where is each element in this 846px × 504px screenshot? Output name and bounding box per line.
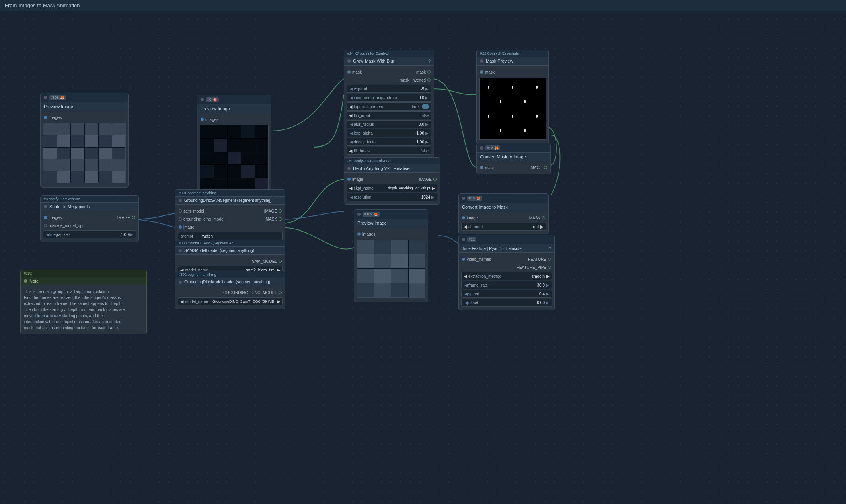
preview-image-node-2: #9 🎯 Preview Image images	[197, 95, 271, 196]
fillholes-value: false	[421, 149, 429, 153]
ckpt-name-field[interactable]: ◀ ckpt_name depth_anything_v2_vitb.pt ▶	[347, 184, 437, 192]
fr-arrow-left[interactable]: ◀	[464, 283, 468, 288]
tapered-corners-field[interactable]: ◀ tapered_corners true	[347, 102, 431, 111]
convert-mask-to-image-node: #12 🦊 Convert Mask to Image mask IMAGE	[476, 143, 551, 174]
tapered-arrow-left[interactable]: ◀	[349, 104, 352, 109]
blur-label: blur_radius	[354, 122, 419, 127]
extract-arrow-right[interactable]: ▶	[546, 274, 550, 279]
offset-arrow-right[interactable]: ▶	[545, 300, 550, 305]
offset-arrow-left[interactable]: ◀	[464, 300, 468, 305]
port-images-scale-in	[44, 216, 47, 219]
fr-label: frame_rate	[468, 283, 537, 287]
prompt-label: prompt	[181, 234, 201, 238]
time-feature-help[interactable]: ?	[549, 246, 551, 251]
lerp-arrow-left[interactable]: ◀	[349, 131, 354, 136]
ckpt-arrow-left[interactable]: ◀	[349, 186, 352, 191]
megapixels-arrow-right[interactable]: ▶	[129, 232, 133, 237]
megapixels-field[interactable]: ◀ megapixels 1.00 ▶	[43, 230, 136, 238]
extract-label: extraction_method	[468, 274, 530, 279]
lerp-value: 1.00	[417, 131, 424, 135]
port-images-3-in	[357, 232, 361, 236]
canvas: #303 🦊 Preview Image images	[0, 14, 846, 504]
port-image-gd-in	[179, 225, 182, 229]
blur-arrow-left[interactable]: ◀	[349, 122, 354, 127]
lerp-alpha-field[interactable]: ◀ lerp_alpha 1.00 ▶	[347, 129, 431, 137]
flip-arrow-left[interactable]: ◀	[349, 113, 352, 118]
extraction-method-field[interactable]: ◀ extraction_method smooth ▶	[461, 272, 552, 280]
port-mask-inverted-out	[427, 78, 431, 82]
flip-value: false	[421, 113, 429, 118]
speed-field[interactable]: ◀ speed 0.4 ▶	[461, 290, 552, 298]
port-mask-convert-label: mask	[485, 166, 513, 170]
res-arrow-left[interactable]: ◀	[349, 195, 354, 200]
incr-value: 0.0	[419, 96, 424, 100]
node-title-preview2: Preview Image	[201, 106, 230, 111]
fillholes-arrow-left[interactable]: ◀	[349, 148, 352, 154]
extract-arrow-left[interactable]: ◀	[464, 274, 467, 279]
port-feature-out	[548, 258, 551, 261]
ckpt-arrow-right[interactable]: ▶	[432, 186, 435, 191]
offset-field[interactable]: ◀ offset 0.00 ▶	[461, 299, 552, 307]
gd-arrow-right[interactable]: ▶	[277, 299, 280, 304]
node-status-dot-2	[201, 98, 204, 101]
lerp-arrow-right[interactable]: ▶	[424, 131, 429, 136]
res-value: 1024	[421, 195, 430, 199]
offset-value: 0.00	[537, 301, 545, 305]
note-status	[24, 279, 27, 283]
decay-arrow-right[interactable]: ▶	[424, 139, 429, 145]
decay-factor-field[interactable]: ◀ decay_factor 1.00 ▶	[347, 138, 431, 146]
port-upscale-label: upscale_model_opt	[49, 223, 135, 228]
extract-value: smooth	[532, 274, 545, 279]
node-badge-109: #109 🦊	[363, 212, 380, 217]
depth-anything-node: #6 ComfyUI's ControlNet Au... Depth Anyt…	[344, 157, 440, 205]
prompt-field[interactable]: prompt watch	[178, 232, 283, 240]
port-images-in-2	[201, 118, 204, 121]
port-image-gd-label: image	[183, 225, 282, 229]
fr-arrow-right[interactable]: ▶	[545, 283, 550, 288]
incr-arrow-right[interactable]: ▶	[424, 95, 429, 100]
gd-arrow-left[interactable]: ◀	[180, 299, 183, 304]
expand-arrow-left[interactable]: ◀	[349, 86, 354, 92]
frame-rate-field[interactable]: ◀ frame_rate 30.0 ▶	[461, 281, 552, 289]
res-arrow-right[interactable]: ▶	[430, 195, 435, 200]
expand-label: expand	[354, 87, 421, 91]
decay-label: decay_factor	[354, 140, 417, 144]
port-image-convert-out-label: IMAGE	[515, 166, 543, 170]
depth-status	[347, 167, 351, 170]
megapixels-arrow-left[interactable]: ◀	[45, 232, 50, 237]
time-feature-node: #11 Time Feature | RyanOnTheInside ? vid…	[458, 235, 555, 310]
gd-model-name-field[interactable]: ◀ model_name GroundingDINO_SwinT_OGC (69…	[178, 297, 283, 305]
fr-value: 30.0	[537, 283, 545, 287]
node-status-11	[462, 238, 465, 241]
fill-holes-field[interactable]: ◀ fill_holes false	[347, 147, 431, 155]
blur-radius-field[interactable]: ◀ blur_radius 0.0 ▶	[347, 120, 431, 128]
port-image-itom-label: image	[467, 216, 503, 220]
speed-arrow-left[interactable]: ◀	[464, 291, 468, 297]
flip-input-field[interactable]: ◀ flip_input false	[347, 111, 431, 119]
expand-arrow-right[interactable]: ▶	[424, 86, 429, 92]
channel-arrow-left[interactable]: ◀	[464, 224, 467, 229]
node-header-109: #109 🦊	[354, 210, 428, 219]
channel-arrow-right[interactable]: ▶	[540, 224, 544, 229]
blur-arrow-right[interactable]: ▶	[424, 122, 429, 127]
mask-preview-badge: #22 ComfyUI Essentials	[480, 51, 519, 55]
speed-arrow-right[interactable]: ▶	[545, 291, 550, 297]
port-image-out-gd	[279, 209, 282, 213]
speed-value: 0.4	[539, 292, 545, 296]
resolution-field[interactable]: ◀ resolution 1024 ▶	[347, 193, 437, 201]
depth-badge: #6 ComfyUI's ControlNet Au...	[347, 159, 396, 163]
port-feature-pipe-out-label: FEATURE_PIPE	[462, 265, 546, 270]
expand-field[interactable]: ◀ expand -5 ▶	[347, 85, 431, 93]
incr-arrow-left[interactable]: ◀	[349, 95, 354, 100]
channel-field[interactable]: ◀ channel red ▶	[461, 223, 546, 231]
tapered-toggle[interactable]	[422, 104, 429, 109]
node-title-preview1: Preview Image	[44, 104, 73, 109]
grow-mask-help[interactable]: ?	[428, 59, 431, 64]
note-title: Note	[29, 279, 39, 283]
port-grounding-in	[179, 217, 182, 221]
incremental-field[interactable]: ◀ incremental_expandrate 0.0 ▶	[347, 94, 431, 102]
mask-preview-title: Mask Preview	[486, 59, 513, 64]
decay-arrow-left[interactable]: ◀	[349, 139, 354, 145]
port-image-depth-label: image	[352, 177, 391, 182]
port-video-frames-in	[462, 258, 465, 261]
